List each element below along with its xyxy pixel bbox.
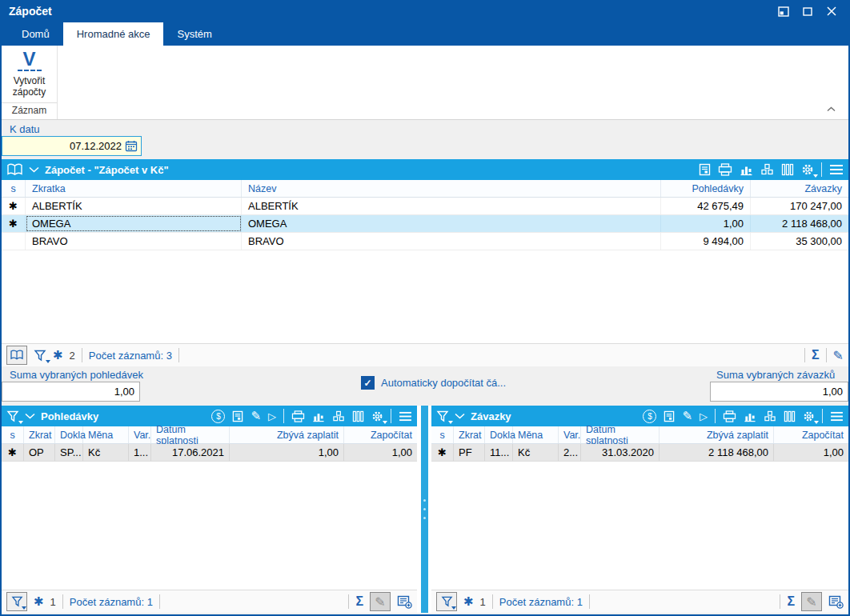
col-zavazky[interactable]: Závazky — [751, 180, 848, 197]
col-doklad[interactable]: Dokla — [55, 426, 83, 443]
flag-filter-icon[interactable]: ✱ — [53, 348, 63, 362]
groups-icon[interactable] — [764, 410, 776, 422]
col-datum[interactable]: Datum splatnosti — [581, 426, 660, 443]
filter-toggle-button[interactable] — [436, 592, 457, 611]
col-s[interactable]: s — [2, 180, 26, 197]
sum-zavazky-input[interactable]: 1,00 — [710, 382, 848, 402]
book-icon[interactable] — [6, 163, 23, 177]
flag-filter-icon[interactable]: ✱ — [34, 594, 44, 609]
settings-gear-icon[interactable] — [801, 163, 814, 176]
filter-icon[interactable] — [6, 410, 19, 422]
chart-icon[interactable] — [740, 163, 753, 176]
col-datum[interactable]: Datum splatnosti — [151, 426, 230, 443]
col-zkratka[interactable]: Zkratka — [26, 180, 242, 197]
settings-gear-icon[interactable] — [371, 410, 383, 422]
table-row[interactable]: ✱ ALBERTÍK ALBERTÍK 42 675,49 170 247,00 — [2, 198, 848, 215]
currency-refresh-icon[interactable]: $ — [211, 410, 225, 423]
cell-datum: 17.06.2021 — [151, 444, 230, 461]
cell-doklad: SP... — [55, 444, 83, 461]
add-record-icon[interactable] — [397, 595, 412, 609]
dock-window-icon[interactable] — [773, 2, 794, 20]
close-icon[interactable] — [821, 2, 842, 20]
cell-zkrat: PF — [454, 444, 485, 461]
sum-icon[interactable]: Σ — [787, 594, 795, 609]
tab-domu[interactable]: Domů — [8, 22, 63, 46]
columns-icon[interactable] — [352, 410, 364, 422]
sum-icon[interactable]: Σ — [812, 348, 820, 362]
cell-zkratka: OMEGA — [26, 215, 242, 232]
tab-system[interactable]: Systém — [163, 22, 225, 46]
chart-icon[interactable] — [312, 410, 325, 422]
menu-icon[interactable] — [830, 411, 844, 422]
cell-zavazky: 2 118 468,00 — [751, 215, 848, 232]
cell-mena: Kč — [513, 444, 559, 461]
report-icon[interactable] — [664, 410, 675, 422]
edit-pencil-icon[interactable]: ✎ — [833, 348, 844, 363]
col-zkrat[interactable]: Zkrat — [454, 426, 485, 443]
col-zapocitat[interactable]: Započítat — [344, 426, 417, 443]
col-var[interactable]: Var. — [129, 426, 151, 443]
auto-calc-label: Automaticky dopočítat čá... — [381, 377, 506, 389]
print-icon[interactable] — [291, 410, 305, 422]
col-s[interactable]: s — [2, 426, 24, 443]
row-flag-icon: ✱ — [2, 198, 26, 214]
table-row-selected[interactable]: ✱ OMEGA OMEGA 1,00 2 118 468,00 — [2, 215, 848, 233]
table-row[interactable]: BRAVO BRAVO 9 494,00 35 300,00 — [2, 233, 848, 250]
chevron-down-icon[interactable] — [25, 413, 35, 419]
sum-pohledavky-input[interactable]: 1,00 — [2, 382, 140, 402]
play-icon[interactable]: ▷ — [268, 410, 276, 422]
col-mena[interactable]: Měna — [513, 426, 559, 443]
k-datu-date-input[interactable]: 07.12.2022 — [2, 136, 142, 156]
col-pohledavky[interactable]: Pohledávky — [661, 180, 751, 197]
zapocet-status-bar: ✱ 2 Počet záznamů: 3 Σ ✎ — [2, 343, 848, 366]
columns-icon[interactable] — [781, 163, 794, 176]
panel-splitter[interactable] — [417, 406, 431, 613]
edit-pencil-disabled-button: ✎ — [801, 592, 822, 611]
maximize-icon[interactable] — [797, 2, 818, 20]
col-mena[interactable]: Měna — [83, 426, 129, 443]
sum-icon[interactable]: Σ — [355, 594, 363, 609]
zavazky-column-header: s Zkrat Dokla Měna Var. Datum splatnosti… — [431, 426, 848, 444]
tab-hromadne-akce[interactable]: Hromadné akce — [63, 22, 164, 46]
col-zbyva[interactable]: Zbývá zaplatit — [230, 426, 344, 443]
cell-zbyva: 2 118 468,00 — [660, 444, 774, 461]
menu-icon[interactable] — [829, 164, 844, 175]
collapse-ribbon-icon[interactable] — [827, 101, 836, 115]
calendar-icon[interactable] — [125, 140, 138, 152]
create-offsets-button[interactable]: V Vytvořit zápočty — [2, 46, 57, 102]
filter-icon[interactable] — [34, 350, 46, 362]
currency-refresh-icon[interactable]: $ — [643, 410, 656, 423]
filter-icon[interactable] — [436, 410, 449, 422]
table-row[interactable]: ✱ OP SP... Kč 1... 17.06.2021 1,00 1,00 — [2, 444, 417, 462]
groups-icon[interactable] — [760, 163, 774, 176]
chart-icon[interactable] — [744, 410, 756, 422]
splitter-handle[interactable] — [421, 406, 428, 613]
columns-icon[interactable] — [784, 410, 796, 422]
menu-icon[interactable] — [399, 411, 412, 422]
settings-gear-icon[interactable] — [803, 410, 815, 422]
edit-pencil-icon[interactable]: ✎ — [251, 409, 261, 423]
col-zbyva[interactable]: Zbývá zaplatit — [660, 426, 774, 443]
col-s[interactable]: s — [431, 426, 454, 443]
chevron-down-icon[interactable] — [29, 166, 39, 173]
table-row[interactable]: ✱ PF 11... Kč 2... 31.03.2020 2 118 468,… — [431, 444, 848, 462]
filter-toggle-button[interactable] — [6, 592, 27, 611]
book-toggle-button[interactable] — [6, 346, 27, 365]
play-icon[interactable]: ▷ — [700, 410, 708, 422]
groups-icon[interactable] — [332, 410, 345, 422]
report-icon[interactable] — [232, 410, 243, 422]
cell-zavazky: 170 247,00 — [751, 198, 848, 214]
col-nazev[interactable]: Název — [242, 180, 661, 197]
edit-pencil-icon[interactable]: ✎ — [682, 409, 692, 423]
col-var[interactable]: Var. — [559, 426, 581, 443]
col-doklad[interactable]: Dokla — [485, 426, 513, 443]
flag-filter-icon[interactable]: ✱ — [463, 594, 474, 609]
report-icon[interactable] — [699, 163, 711, 176]
print-icon[interactable] — [718, 163, 732, 176]
auto-calc-checkbox[interactable]: ✓ — [361, 376, 375, 390]
chevron-down-icon[interactable] — [455, 413, 465, 419]
print-icon[interactable] — [723, 410, 736, 422]
col-zapocitat[interactable]: Započítat — [774, 426, 848, 443]
col-zkrat[interactable]: Zkrat — [24, 426, 55, 443]
add-record-icon[interactable] — [828, 595, 844, 609]
